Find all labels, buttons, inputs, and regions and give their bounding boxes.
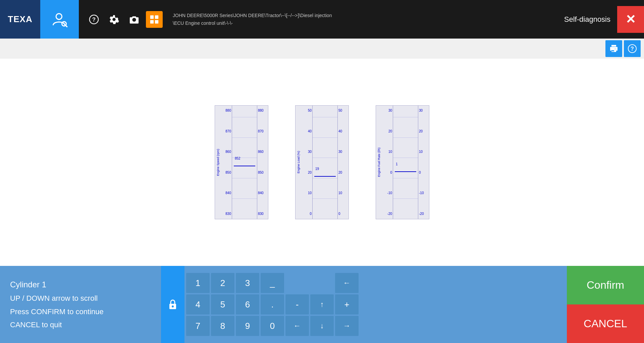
active-tool-icon[interactable]	[40, 0, 79, 39]
header-icons: ?	[79, 11, 169, 28]
cancel-button[interactable]: CANCEL	[567, 304, 644, 343]
svg-text:?: ?	[631, 46, 634, 52]
key-right[interactable]: →	[335, 316, 359, 336]
numpad-row2: 4 5 6 . - ↑ +	[186, 294, 565, 315]
help-toolbar-button[interactable]: ?	[624, 40, 641, 57]
chart3-axis-label: Engine Fuel Rate (l/h)	[377, 148, 381, 177]
key-backspace[interactable]: ←	[335, 273, 359, 293]
chart1-value-label: 852	[235, 157, 240, 160]
bottom-info: Cylinder 1 UP / DOWN arrow to scroll Pre…	[0, 266, 161, 343]
key-4[interactable]: 4	[186, 294, 210, 315]
key-8[interactable]: 8	[211, 316, 234, 336]
key-minus[interactable]: -	[285, 294, 309, 315]
chart3-value-label: 1	[396, 162, 398, 166]
person-search-icon	[51, 11, 68, 28]
help-toolbar-icon: ?	[628, 44, 637, 53]
self-diagnosis-label: Self-diagnosis	[564, 15, 617, 24]
numpad-section: 1 2 3 _ ← 4 5 6 . - ↑ + 7 8	[161, 266, 567, 343]
confirm-instruction: Press CONFIRM to continue	[10, 305, 151, 319]
key-3[interactable]: 3	[236, 273, 259, 293]
lock-icon	[167, 298, 179, 310]
action-buttons: Confirm CANCEL	[567, 266, 644, 343]
key-0[interactable]: 0	[261, 316, 284, 336]
chart2-scale-left: 50 40 30 20 10 0	[302, 106, 312, 219]
chart2-value-line	[314, 176, 336, 177]
header: TEXA ? JOHN DEERE\5000R Series\JOHN DEER…	[0, 0, 644, 39]
key-underscore[interactable]: _	[261, 273, 284, 293]
svg-line-2	[65, 25, 67, 27]
key-down[interactable]: ↓	[310, 316, 334, 336]
settings-icon-btn[interactable]	[106, 11, 122, 28]
chart3-plot: 1	[393, 106, 418, 219]
chart3-value-line	[395, 171, 416, 172]
top-toolbar: ?	[0, 39, 644, 59]
chart-fuel-rate: Engine Fuel Rate (l/h) 30 20 10 0 -10 -2…	[376, 105, 429, 219]
key-empty2	[310, 273, 334, 293]
help-icon-btn[interactable]: ?	[86, 11, 102, 28]
key-up[interactable]: ↑	[310, 294, 334, 315]
key-5[interactable]: 5	[211, 294, 234, 315]
svg-point-12	[172, 305, 174, 307]
cylinder-title: Cylinder 1	[10, 277, 151, 292]
svg-rect-5	[150, 15, 154, 18]
key-9[interactable]: 9	[236, 316, 259, 336]
close-button[interactable]: ✕	[617, 6, 644, 33]
chart2-axis-label: Engine Load (%)	[297, 151, 300, 173]
scroll-instruction: UP / DOWN arrow to scroll	[10, 292, 151, 305]
lock-button[interactable]	[161, 266, 184, 343]
texa-logo: TEXA	[0, 0, 40, 39]
confirm-button[interactable]: Confirm	[567, 266, 644, 304]
svg-text:?: ?	[92, 16, 96, 22]
main-content: Engine Speed (rpm) 880 870 860 850 840 8…	[0, 59, 644, 266]
chart3-scale-left: 30 20 10 0 -10 -20	[382, 106, 393, 219]
chart1-value-line	[234, 166, 255, 166]
key-6[interactable]: 6	[236, 294, 259, 315]
svg-rect-8	[155, 20, 158, 23]
chart1-plot: 852	[232, 106, 257, 219]
svg-rect-7	[150, 20, 154, 23]
grid-icon-btn[interactable]	[146, 11, 163, 28]
key-2[interactable]: 2	[211, 273, 234, 293]
chart-engine-speed: Engine Speed (rpm) 880 870 860 850 840 8…	[215, 105, 268, 219]
cancel-instruction: CANCEL to quit	[10, 318, 151, 332]
numpad-row1: 1 2 3 _ ←	[186, 273, 565, 293]
key-empty1	[285, 273, 309, 293]
print-icon	[609, 44, 619, 53]
key-left[interactable]: ←	[285, 316, 309, 336]
header-right: Self-diagnosis ✕	[564, 6, 644, 33]
key-7[interactable]: 7	[186, 316, 210, 336]
key-1[interactable]: 1	[186, 273, 210, 293]
key-dot[interactable]: .	[261, 294, 284, 315]
chart2-plot: 19	[312, 106, 338, 219]
numpad-row3: 7 8 9 0 ← ↓ →	[186, 316, 565, 336]
bottom-panel: Cylinder 1 UP / DOWN arrow to scroll Pre…	[0, 266, 644, 343]
key-plus[interactable]: +	[335, 294, 359, 315]
chart1-axis-label: Engine Speed (rpm)	[216, 149, 220, 176]
breadcrumb: JOHN DEERE\5000R Series\JOHN DEERE\Tract…	[169, 12, 332, 27]
svg-point-0	[56, 13, 62, 19]
print-button[interactable]	[605, 40, 622, 57]
chart1-scale-left: 880 870 860 850 840 830	[221, 106, 232, 219]
chart-engine-load: Engine Load (%) 50 40 30 20 10 0 19 50 4…	[295, 105, 349, 219]
svg-rect-6	[155, 15, 158, 18]
chart2-value-label: 19	[315, 167, 319, 171]
numpad: 1 2 3 _ ← 4 5 6 . - ↑ + 7 8	[184, 266, 567, 343]
chart1-scale-right: 880 870 860 850 840 830	[257, 106, 268, 219]
chart3-scale-right: 30 20 10 0 -10 -20	[418, 106, 429, 219]
chart2-scale-right: 50 40 30 20 10 0	[338, 106, 348, 219]
camera-icon-btn[interactable]	[126, 11, 143, 28]
